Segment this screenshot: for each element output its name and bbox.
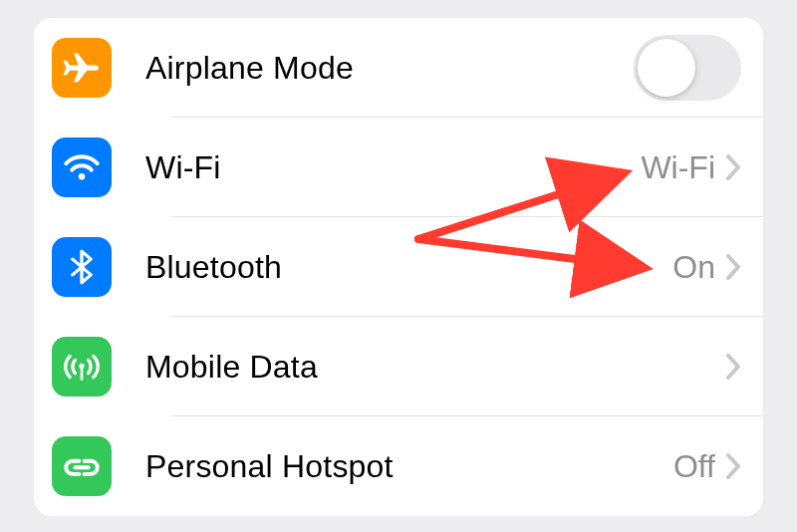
settings-row-bluetooth[interactable]: Bluetooth On (34, 217, 763, 317)
mobile-data-label: Mobile Data (145, 349, 715, 386)
chevron-right-icon (725, 153, 741, 181)
svg-point-0 (79, 173, 86, 180)
settings-row-airplane-mode[interactable]: Airplane Mode (34, 18, 763, 118)
wifi-label: Wi-Fi (145, 149, 641, 186)
bluetooth-value: On (672, 249, 715, 286)
personal-hotspot-value: Off (673, 448, 715, 485)
airplane-icon (52, 38, 112, 98)
wifi-value: Wi-Fi (641, 149, 715, 186)
wifi-icon (52, 137, 112, 197)
chevron-right-icon (725, 253, 741, 281)
link-icon (52, 436, 112, 496)
personal-hotspot-label: Personal Hotspot (145, 448, 673, 485)
settings-row-wifi[interactable]: Wi-Fi Wi-Fi (34, 118, 763, 217)
chevron-right-icon (725, 353, 741, 381)
settings-connectivity-panel: Airplane Mode Wi-Fi Wi-Fi Bluetooth On (34, 18, 763, 516)
chevron-right-icon (725, 452, 741, 480)
svg-rect-2 (81, 366, 84, 380)
bluetooth-icon (52, 237, 112, 297)
settings-row-mobile-data[interactable]: Mobile Data (34, 317, 763, 416)
bluetooth-label: Bluetooth (145, 249, 672, 286)
antenna-icon (52, 337, 112, 397)
airplane-mode-toggle[interactable] (634, 35, 741, 101)
settings-row-personal-hotspot[interactable]: Personal Hotspot Off (34, 416, 763, 516)
toggle-knob (638, 39, 695, 97)
airplane-mode-label: Airplane Mode (145, 50, 634, 87)
